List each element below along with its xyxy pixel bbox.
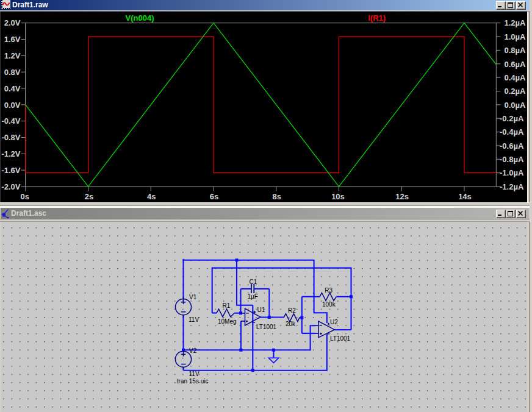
svg-text:1µF: 1µF <box>248 293 258 300</box>
svg-text:20k: 20k <box>286 321 296 327</box>
svg-text:6s: 6s <box>210 192 218 201</box>
svg-text:0.2µA: 0.2µA <box>505 87 527 96</box>
svg-text:10Meg: 10Meg <box>218 318 237 325</box>
svg-text:-0.2µA: -0.2µA <box>500 114 524 123</box>
svg-text:-0.4µA: -0.4µA <box>500 127 524 137</box>
svg-text:-2.0V: -2.0V <box>1 182 20 191</box>
svg-text:R2: R2 <box>288 307 296 314</box>
svg-text:U1: U1 <box>257 307 265 313</box>
svg-text:-0.8V: -0.8V <box>1 133 20 142</box>
svg-text:10s: 10s <box>331 192 345 201</box>
svg-text:14s: 14s <box>458 192 472 201</box>
svg-text:1.6V: 1.6V <box>4 35 21 44</box>
svg-text:-0.6µA: -0.6µA <box>500 141 524 151</box>
svg-text:1.0µA: 1.0µA <box>505 32 527 41</box>
svg-text:LT1001: LT1001 <box>256 324 277 330</box>
svg-text:11V: 11V <box>189 371 200 377</box>
svg-text:0.8V: 0.8V <box>4 68 21 77</box>
svg-text:0.4µA: 0.4µA <box>505 73 527 82</box>
svg-text:V1: V1 <box>189 294 197 300</box>
svg-text:-0.4V: -0.4V <box>1 116 20 126</box>
svg-text:100k: 100k <box>322 301 336 308</box>
svg-text:12s: 12s <box>395 192 409 201</box>
svg-text:U2: U2 <box>330 319 338 325</box>
svg-text:V2: V2 <box>189 347 197 354</box>
svg-text:0.4V: 0.4V <box>4 84 21 93</box>
svg-text:0.0V: 0.0V <box>4 101 21 110</box>
svg-text:11V: 11V <box>189 316 199 323</box>
svg-text:0.6µA: 0.6µA <box>505 60 527 69</box>
svg-text:V(n004): V(n004) <box>126 13 154 23</box>
svg-text:I(R1): I(R1) <box>368 13 386 23</box>
svg-text:R1: R1 <box>223 302 231 309</box>
svg-text:0s: 0s <box>21 192 29 201</box>
svg-text:.tran 15s uic: .tran 15s uic <box>175 378 208 385</box>
svg-text:4s: 4s <box>147 192 156 201</box>
svg-text:C1: C1 <box>250 279 257 285</box>
svg-text:-1.6V: -1.6V <box>1 166 20 175</box>
svg-text:-1.0µA: -1.0µA <box>500 168 524 177</box>
svg-text:1.2V: 1.2V <box>4 51 21 60</box>
svg-text:0.8µA: 0.8µA <box>505 46 527 55</box>
svg-text:8s: 8s <box>273 192 281 201</box>
svg-text:LT1001: LT1001 <box>330 335 351 342</box>
svg-text:-1.2µA: -1.2µA <box>500 182 524 191</box>
svg-text:-1.2V: -1.2V <box>1 149 20 158</box>
svg-text:0.0µA: 0.0µA <box>505 101 527 110</box>
svg-text:2s: 2s <box>85 192 93 201</box>
svg-text:-0.8µA: -0.8µA <box>500 155 524 164</box>
svg-text:R3: R3 <box>325 287 332 294</box>
svg-text:2.0V: 2.0V <box>4 18 21 27</box>
svg-text:1.2µA: 1.2µA <box>505 18 527 27</box>
